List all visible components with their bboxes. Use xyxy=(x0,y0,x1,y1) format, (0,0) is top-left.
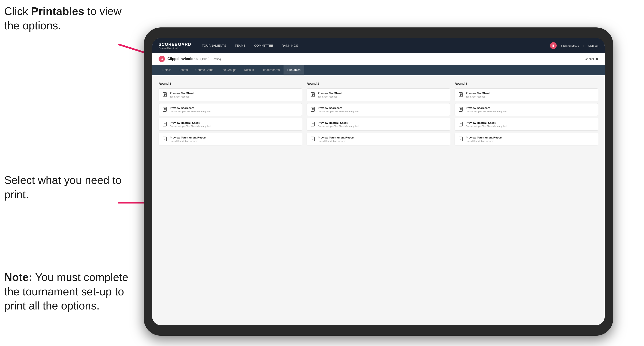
sub-header-right: Cancel ✕ xyxy=(584,57,598,61)
r2-raguzzi-content: Preview Raguzzi Sheet Course setup + Tee… xyxy=(318,121,359,128)
r3-raguzzi-subtitle: Course setup + Tee Sheet data required xyxy=(466,125,507,128)
nav-rankings[interactable]: RANKINGS xyxy=(282,42,298,49)
round2-report-card[interactable]: Preview Tournament Report Round Completi… xyxy=(306,133,450,146)
r2-scorecard-subtitle: Course setup + Tee Sheet data required xyxy=(318,110,359,113)
scorecard-content: Preview Scorecard Course setup + Tee She… xyxy=(170,106,211,113)
nav-tournaments[interactable]: TOURNAMENTS xyxy=(202,42,226,49)
round2-tee-sheet-card[interactable]: Preview Tee Sheet Tee Sheet required xyxy=(306,88,450,101)
tab-results[interactable]: Results xyxy=(240,65,258,75)
round1-scorecard-card[interactable]: Preview Scorecard Course setup + Tee She… xyxy=(158,103,302,116)
tab-course-setup[interactable]: Course Setup xyxy=(192,65,217,75)
r3-raguzzi-title: Preview Raguzzi Sheet xyxy=(466,121,507,124)
r3-tee-sheet-icon xyxy=(458,92,463,97)
round1-raguzzi-card[interactable]: Preview Raguzzi Sheet Course setup + Tee… xyxy=(158,118,302,131)
sub-header: C Clippd Invitational Men Hosting Cancel… xyxy=(152,53,605,65)
r2-tee-sheet-content: Preview Tee Sheet Tee Sheet required xyxy=(318,92,342,98)
r2-scorecard-icon xyxy=(310,107,315,112)
r3-report-title: Preview Tournament Report xyxy=(466,136,502,139)
brand: SCOREBOARD Powered by clippd xyxy=(158,42,191,49)
tournament-logo: C xyxy=(158,56,165,62)
main-content: Round 1 Preview Tee Sheet xyxy=(152,75,605,325)
round1-report-card[interactable]: Preview Tournament Report Round Completi… xyxy=(158,133,302,146)
tee-sheet-icon xyxy=(162,92,167,97)
r3-report-icon xyxy=(458,136,463,142)
report-title: Preview Tournament Report xyxy=(170,136,206,139)
tournament-name: Clippd Invitational xyxy=(168,57,198,61)
tab-leaderboards[interactable]: Leaderboards xyxy=(258,65,284,75)
brand-subtitle: Powered by clippd xyxy=(158,47,191,49)
nav-committee[interactable]: COMMITTEE xyxy=(254,42,273,49)
scorecard-subtitle: Course setup + Tee Sheet data required xyxy=(170,110,211,113)
report-subtitle: Round Completion required xyxy=(170,140,206,142)
r3-raguzzi-content: Preview Raguzzi Sheet Course setup + Tee… xyxy=(466,121,507,128)
tournament-status: Hosting xyxy=(212,57,221,61)
round-1-title: Round 1 xyxy=(158,82,302,85)
nav-teams[interactable]: TEAMS xyxy=(235,42,246,49)
round3-tee-sheet-card[interactable]: Preview Tee Sheet Tee Sheet required xyxy=(454,88,598,101)
sign-out-link[interactable]: Sign out xyxy=(588,44,598,47)
raguzzi-title: Preview Raguzzi Sheet xyxy=(170,121,211,124)
r2-raguzzi-subtitle: Course setup + Tee Sheet data required xyxy=(318,125,359,128)
r3-tee-sheet-content: Preview Tee Sheet Tee Sheet required xyxy=(466,92,490,98)
tablet-device: SCOREBOARD Powered by clippd TOURNAMENTS… xyxy=(144,27,613,336)
tee-sheet-title: Preview Tee Sheet xyxy=(170,92,194,95)
instruction-bottom: Note: You must complete the tournament s… xyxy=(4,270,131,313)
user-avatar: B xyxy=(550,42,557,49)
round3-scorecard-card[interactable]: Preview Scorecard Course setup + Tee She… xyxy=(454,103,598,116)
round-2-title: Round 2 xyxy=(306,82,450,85)
r3-report-content: Preview Tournament Report Round Completi… xyxy=(466,136,502,142)
r2-scorecard-title: Preview Scorecard xyxy=(318,106,359,110)
r2-scorecard-content: Preview Scorecard Course setup + Tee She… xyxy=(318,106,359,113)
round3-raguzzi-card[interactable]: Preview Raguzzi Sheet Course setup + Tee… xyxy=(454,118,598,131)
r3-scorecard-title: Preview Scorecard xyxy=(466,106,507,110)
instruction-bold: Printables xyxy=(31,5,84,17)
r2-raguzzi-icon xyxy=(310,122,315,127)
report-content: Preview Tournament Report Round Completi… xyxy=(170,136,206,142)
cancel-x-icon[interactable]: ✕ xyxy=(596,57,598,61)
r3-scorecard-content: Preview Scorecard Course setup + Tee She… xyxy=(466,106,507,113)
tab-tee-groups[interactable]: Tee Groups xyxy=(217,65,240,75)
user-email: blair@clippd.io xyxy=(561,44,579,47)
tee-sheet-content: Preview Tee Sheet Tee Sheet required xyxy=(170,92,194,98)
round-3-column: Round 3 Preview Tee Sheet xyxy=(454,82,598,148)
tablet-screen: SCOREBOARD Powered by clippd TOURNAMENTS… xyxy=(152,38,605,325)
r3-scorecard-icon xyxy=(458,107,463,112)
tab-bar: Details Teams Course Setup Tee Groups Re… xyxy=(152,65,605,75)
r3-tee-sheet-title: Preview Tee Sheet xyxy=(466,92,490,95)
raguzzi-icon xyxy=(162,122,167,127)
r3-report-subtitle: Round Completion required xyxy=(466,140,502,142)
round-3-title: Round 3 xyxy=(454,82,598,85)
round2-scorecard-card[interactable]: Preview Scorecard Course setup + Tee She… xyxy=(306,103,450,116)
nav-links: TOURNAMENTS TEAMS COMMITTEE RANKINGS xyxy=(202,42,550,49)
raguzzi-content: Preview Raguzzi Sheet Course setup + Tee… xyxy=(170,121,211,128)
round-2-column: Round 2 Preview Tee Sheet xyxy=(306,82,450,148)
r2-report-title: Preview Tournament Report xyxy=(318,136,354,139)
raguzzi-subtitle: Course setup + Tee Sheet data required xyxy=(170,125,211,128)
tab-teams[interactable]: Teams xyxy=(175,65,192,75)
nav-right: B blair@clippd.io | Sign out xyxy=(550,42,598,49)
tab-printables[interactable]: Printables xyxy=(284,65,304,75)
instruction-top: Click Printables to view the options. xyxy=(4,4,127,33)
r2-tee-sheet-subtitle: Tee Sheet required xyxy=(318,95,342,98)
r3-scorecard-subtitle: Course setup + Tee Sheet data required xyxy=(466,110,507,113)
rounds-container: Round 1 Preview Tee Sheet xyxy=(158,82,598,148)
r2-report-subtitle: Round Completion required xyxy=(318,140,354,142)
tab-details[interactable]: Details xyxy=(158,65,175,75)
round-1-column: Round 1 Preview Tee Sheet xyxy=(158,82,302,148)
round3-report-card[interactable]: Preview Tournament Report Round Completi… xyxy=(454,133,598,146)
r2-tee-sheet-icon xyxy=(310,92,315,97)
brand-title: SCOREBOARD xyxy=(158,42,191,47)
round2-raguzzi-card[interactable]: Preview Raguzzi Sheet Course setup + Tee… xyxy=(306,118,450,131)
r3-raguzzi-icon xyxy=(458,122,463,127)
round1-tee-sheet-card[interactable]: Preview Tee Sheet Tee Sheet required xyxy=(158,88,302,101)
r2-raguzzi-title: Preview Raguzzi Sheet xyxy=(318,121,359,124)
scorecard-title: Preview Scorecard xyxy=(170,106,211,110)
cancel-button[interactable]: Cancel xyxy=(584,57,594,61)
r2-tee-sheet-title: Preview Tee Sheet xyxy=(318,92,342,95)
r2-report-icon xyxy=(310,136,315,142)
tournament-badge: Men xyxy=(200,57,209,61)
r2-report-content: Preview Tournament Report Round Completi… xyxy=(318,136,354,142)
scorecard-icon xyxy=(162,107,167,112)
instruction-note-bold: Note: xyxy=(4,271,32,283)
top-nav: SCOREBOARD Powered by clippd TOURNAMENTS… xyxy=(152,38,605,53)
